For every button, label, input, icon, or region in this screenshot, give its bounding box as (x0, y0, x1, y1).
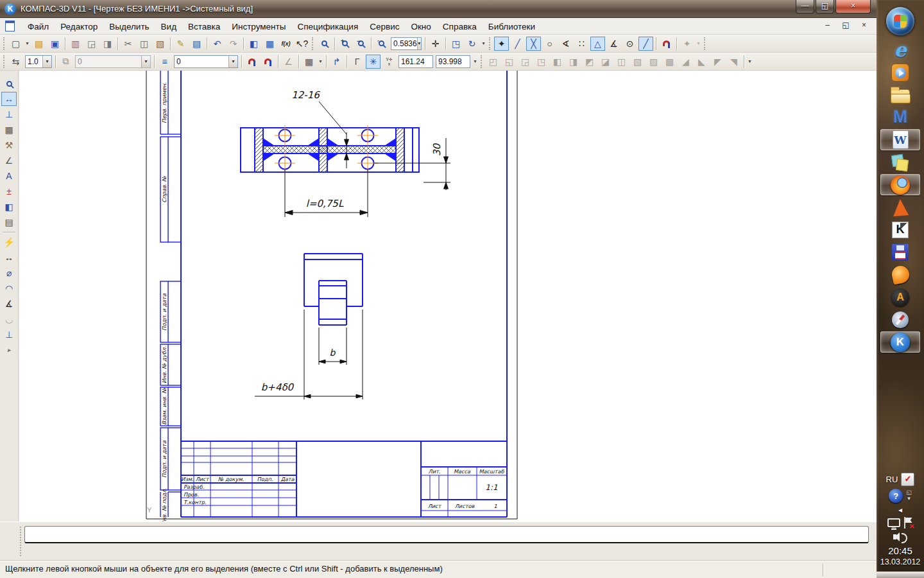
3d-op-hole-icon[interactable]: ◫ (614, 55, 629, 69)
show-hidden-icons-arrow[interactable]: ◂ (898, 505, 902, 514)
auto-dimension-icon[interactable]: ⚡ (1, 235, 17, 249)
measurement-panel-icon[interactable]: A (1, 169, 17, 183)
diameter-dimension-icon[interactable]: ⌀ (1, 266, 17, 280)
explorer-folder-icon[interactable] (880, 84, 920, 105)
menu-item-10[interactable]: Библиотеки (483, 19, 541, 35)
cursor-step-input[interactable]: 1.0▾ (25, 55, 52, 68)
redo-icon[interactable]: ↷ (226, 37, 241, 51)
show-desktop-button[interactable] (877, 571, 924, 578)
drawing-sheet[interactable]: Перв. примен. Справ. № Подп. и дата Инв.… (19, 71, 877, 521)
floppy-app-icon[interactable] (880, 241, 920, 263)
3d-op-chamfer-icon[interactable]: ◪ (598, 55, 613, 69)
snap-grid-icon[interactable]: ∷ (574, 37, 589, 51)
word-icon[interactable]: W (880, 129, 920, 150)
menu-item-6[interactable]: Спецификация (291, 19, 364, 35)
view-bottom-section[interactable]: b b+4δ0 (255, 254, 363, 399)
menu-item-3[interactable]: Вид (155, 19, 182, 35)
3d-op-deform-icon[interactable]: ◤ (710, 55, 725, 69)
view-top-assembly[interactable]: 12-16 l=0,75L 30 (241, 89, 450, 217)
aimp-icon[interactable]: A (880, 286, 920, 308)
matlab-icon[interactable] (880, 197, 920, 218)
close-button[interactable]: × (835, 0, 871, 13)
cursor-step-icon[interactable]: ⇆ (8, 55, 23, 69)
zoom-scale-input[interactable]: 0.5836▾ (391, 37, 422, 50)
roundoff-icon[interactable]: ✳ (366, 55, 381, 69)
coords-icon[interactable]: Y✛x (382, 55, 397, 69)
3d-op-rib-icon[interactable]: ▧ (630, 55, 645, 69)
snap-center-icon[interactable]: ⊙ (622, 37, 637, 51)
page-setup-icon[interactable]: ◨ (100, 37, 115, 51)
toolbar-options-dropdown-icon[interactable]: ▾ (746, 55, 753, 69)
3d-op-cut-extrude-icon[interactable]: ◧ (550, 55, 565, 69)
grid-icon[interactable]: ▦ (302, 55, 316, 69)
context-help-icon[interactable]: ↖? (295, 37, 309, 51)
menu-item-1[interactable]: Редактор (55, 19, 103, 35)
snap-align-icon[interactable]: ╱ (638, 37, 653, 51)
angular-dimension-icon[interactable]: ∡ (1, 297, 17, 311)
3d-op-extrude-icon[interactable]: ◰ (486, 55, 501, 69)
height-dimension-icon[interactable]: ⊥ (1, 328, 17, 342)
snap-normal-icon[interactable]: ∢ (558, 37, 573, 51)
zoom-area-icon[interactable] (317, 37, 332, 51)
window-manager-icon[interactable]: ◧ (246, 37, 261, 51)
zoom-out-icon[interactable]: − (354, 37, 368, 51)
3d-op-revolve-icon[interactable]: ◱ (502, 55, 517, 69)
3d-op-cut-revolve-icon[interactable]: ◨ (566, 55, 581, 69)
arc-dimension-icon[interactable]: ◡ (1, 312, 17, 326)
menu-item-2[interactable]: Выделить (103, 19, 155, 35)
perpendicular-icon[interactable]: ∠ (281, 55, 296, 69)
snap-extra-dropdown-icon[interactable]: ▾ (695, 37, 702, 51)
local-cs-icon[interactable]: ↱ (329, 55, 344, 69)
language-bar-icon[interactable] (901, 473, 914, 486)
menu-item-4[interactable]: Вставка (182, 19, 226, 35)
paste-icon[interactable]: ▧ (153, 37, 167, 51)
views-panel-icon[interactable]: ◧ (1, 200, 17, 214)
designations-panel-icon[interactable]: ⊥ (1, 107, 17, 121)
3d-op-loft-icon[interactable]: ◳ (534, 55, 549, 69)
fox-app-icon[interactable] (880, 264, 920, 285)
3d-op-fillet-icon[interactable]: ◩ (582, 55, 597, 69)
menu-item-7[interactable]: Сервис (364, 19, 405, 35)
print-icon[interactable]: ▥ (68, 37, 83, 51)
variables-icon[interactable]: ▦ (262, 37, 277, 51)
3d-op-sheet-icon[interactable]: ◥ (726, 55, 741, 69)
mail-agent-icon[interactable]: M (880, 107, 920, 128)
action-center-flag-icon[interactable] (903, 517, 914, 529)
parametrization-panel-icon[interactable]: ∠ (1, 153, 17, 168)
zoom-sheet-icon[interactable]: ◳ (449, 37, 463, 51)
layers-manager-icon[interactable]: ≡ (157, 55, 172, 69)
snap-angular-icon[interactable]: ∡ (606, 37, 621, 51)
zoom-in-icon[interactable]: + (338, 37, 352, 51)
3d-op-sweep-icon[interactable]: ◲ (518, 55, 533, 69)
copy-icon[interactable]: ◫ (137, 37, 151, 51)
linear-dimension-icon[interactable]: ↔ (1, 250, 17, 265)
language-indicator[interactable]: RU (886, 475, 898, 484)
3d-op-pattern-icon[interactable]: ◣ (694, 55, 709, 69)
magnet-snaps-icon[interactable] (244, 55, 259, 69)
kompas-3d-icon[interactable]: K (880, 331, 920, 353)
save-icon[interactable]: ▣ (47, 37, 62, 51)
pan-icon[interactable]: ✛ (428, 37, 443, 51)
ortho-drawing-icon[interactable]: Γ (350, 55, 364, 69)
specification-panel-icon[interactable]: ▤ (1, 215, 17, 229)
start-button[interactable] (880, 4, 920, 38)
selection-panel-icon[interactable]: ± (1, 184, 17, 198)
help-icon[interactable]: ? (889, 489, 903, 503)
notes-app-icon[interactable] (880, 152, 920, 173)
3d-op-shell-icon[interactable]: ▩ (662, 55, 677, 69)
layer-state-input[interactable]: 0▾ (75, 55, 151, 68)
layer-state-icon[interactable]: ⧉ (58, 55, 73, 69)
grid-dropdown-icon[interactable]: ▾ (317, 55, 324, 69)
tray-clock[interactable]: 20:45 (877, 545, 924, 556)
fx-icon[interactable]: f(x) (278, 37, 293, 51)
snap-point-icon[interactable]: ✦ (494, 37, 509, 51)
snap-settings-magnet-icon[interactable] (659, 37, 674, 51)
snap-angle-icon[interactable]: △ (590, 37, 605, 51)
firefox-icon[interactable] (880, 174, 920, 195)
print-preview-icon[interactable]: ◲ (84, 37, 99, 51)
open-document-icon[interactable]: ▤ (31, 37, 46, 51)
format-painter-icon[interactable]: ✎ (173, 37, 188, 51)
refresh-view-icon[interactable]: ↻ (465, 37, 479, 51)
panel-scroll-icon[interactable]: ▸ (1, 343, 17, 357)
snap-extra-icon[interactable]: ✦ (680, 37, 694, 51)
